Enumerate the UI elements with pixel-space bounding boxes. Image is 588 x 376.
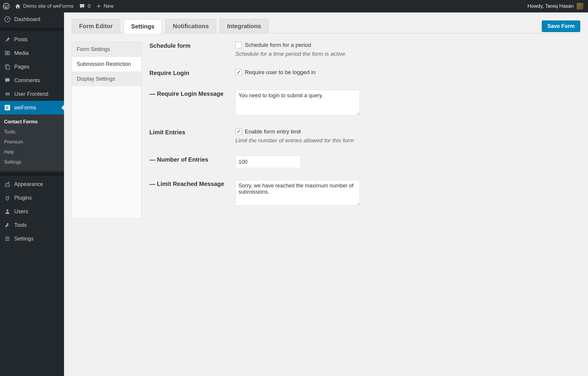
sidebar-submenu-weforms: Contact Forms Tools Premium Help Setting… — [0, 114, 64, 171]
sidebar-item-pages[interactable]: Pages — [0, 60, 64, 74]
pin-icon — [4, 36, 11, 43]
user-account-link[interactable]: Howdy, Tareq Hasan — [528, 3, 585, 9]
tab-integrations[interactable]: Integrations — [220, 19, 268, 33]
require-login-checkbox-label: Require user to be logged in — [245, 69, 316, 76]
schedule-form-checkbox-label: Schedule form for a period — [245, 42, 311, 48]
settings-nav-form-settings[interactable]: Form Settings — [72, 42, 141, 57]
save-form-button[interactable]: Save Form — [542, 20, 580, 32]
submenu-item-tools[interactable]: Tools — [0, 127, 64, 137]
tabs-row: Form Editor Settings Notifications Integ… — [72, 19, 580, 34]
number-entries-label: — Number of Entries — [149, 156, 235, 163]
media-icon — [4, 50, 11, 56]
sidebar-item-label: Dashboard — [14, 16, 40, 23]
require-login-label: Require Login — [149, 69, 235, 77]
sidebar-item-weforms[interactable]: weForms — [0, 101, 64, 114]
sidebar-item-label: User Frontend — [14, 91, 48, 97]
sidebar-item-label: Media — [14, 50, 29, 56]
sidebar-item-appearance[interactable]: Appearance — [0, 177, 64, 191]
pages-icon — [4, 63, 11, 70]
plus-icon — [96, 4, 101, 9]
tab-notifications[interactable]: Notifications — [165, 19, 216, 33]
wp-logo[interactable] — [3, 3, 9, 9]
adminbar: Demo site of weForms 0 New Howdy, Tareq … — [0, 0, 588, 12]
admin-sidebar: Dashboard Posts Media Pages Comments Use… — [0, 12, 64, 225]
greeting: Howdy, Tareq Hasan — [528, 3, 574, 9]
wordpress-icon — [3, 3, 9, 9]
tab-form-editor[interactable]: Form Editor — [72, 19, 120, 33]
limit-entries-help: Limit the number of entries allowed for … — [235, 137, 580, 144]
schedule-form-label: Schedule form — [149, 42, 235, 49]
dashboard-icon — [4, 16, 11, 23]
settings-nav-submission-restriction[interactable]: Submission Restriction — [72, 57, 141, 72]
users-icon — [4, 208, 11, 215]
svg-point-7 — [7, 209, 9, 211]
comments-link[interactable]: 0 — [79, 3, 90, 9]
settings-nav-display-settings[interactable]: Display Settings — [72, 72, 141, 86]
content-area: Form Editor Settings Notifications Integ… — [64, 12, 588, 225]
require-login-message-textarea[interactable] — [235, 90, 360, 115]
home-icon — [15, 3, 21, 9]
sidebar-item-plugins[interactable]: Plugins — [0, 191, 64, 205]
svg-point-3 — [7, 52, 8, 54]
comment-icon — [79, 3, 85, 9]
limit-reached-message-textarea[interactable] — [235, 180, 360, 205]
menu-separator — [0, 173, 64, 176]
submenu-item-contact-forms[interactable]: Contact Forms — [0, 117, 64, 127]
settings-form: Schedule form Schedule form for a period… — [149, 42, 580, 219]
sidebar-item-label: Comments — [14, 77, 40, 84]
sidebar-item-userfrontend[interactable]: User Frontend — [0, 87, 64, 101]
site-name: Demo site of weForms — [23, 3, 74, 9]
sidebar-item-label: Appearance — [14, 181, 43, 187]
svg-rect-5 — [7, 66, 9, 69]
comments-icon — [4, 77, 11, 84]
site-home-link[interactable]: Demo site of weForms — [15, 3, 74, 9]
sidebar-item-label: weForms — [14, 105, 36, 111]
menu-separator — [0, 28, 64, 31]
sidebar-item-label: Plugins — [14, 195, 32, 201]
sidebar-item-dashboard[interactable]: Dashboard — [0, 12, 64, 26]
new-label: New — [104, 3, 114, 9]
tools-icon — [4, 222, 11, 225]
limit-reached-message-label: — Limit Reached Message — [149, 180, 235, 187]
plugins-icon — [4, 195, 11, 201]
sidebar-item-users[interactable]: Users — [0, 205, 64, 218]
sidebar-item-posts[interactable]: Posts — [0, 33, 64, 46]
sidebar-item-tools[interactable]: Tools — [0, 218, 64, 225]
sidebar-item-label: Pages — [14, 64, 29, 70]
appearance-icon — [4, 181, 11, 187]
sidebar-item-label: Users — [14, 208, 28, 215]
userfrontend-icon — [4, 91, 11, 97]
tab-settings[interactable]: Settings — [124, 19, 162, 34]
schedule-form-help: Schedule for a time period the form is a… — [235, 51, 580, 57]
new-content-link[interactable]: New — [96, 3, 114, 9]
settings-subnav: Form Settings Submission Restriction Dis… — [72, 42, 142, 219]
comments-count: 0 — [88, 3, 90, 9]
svg-point-2 — [7, 19, 8, 20]
require-login-checkbox[interactable] — [235, 69, 242, 76]
limit-entries-checkbox[interactable] — [235, 128, 242, 135]
weforms-icon — [4, 104, 11, 111]
sidebar-item-media[interactable]: Media — [0, 46, 64, 60]
limit-entries-checkbox-label: Enable form entry limit — [245, 128, 301, 135]
sidebar-item-comments[interactable]: Comments — [0, 74, 64, 87]
require-login-message-label: — Require Login Message — [149, 90, 235, 97]
avatar — [577, 3, 583, 9]
submenu-item-help[interactable]: Help — [0, 147, 64, 157]
sidebar-item-label: Posts — [14, 36, 28, 43]
sidebar-item-label: Tools — [14, 222, 27, 225]
schedule-form-checkbox[interactable] — [235, 42, 242, 48]
number-entries-input[interactable] — [235, 156, 301, 168]
submenu-item-premium[interactable]: Premium — [0, 137, 64, 147]
limit-entries-label: Limit Entries — [149, 128, 235, 136]
submenu-item-settings[interactable]: Settings — [0, 157, 64, 167]
